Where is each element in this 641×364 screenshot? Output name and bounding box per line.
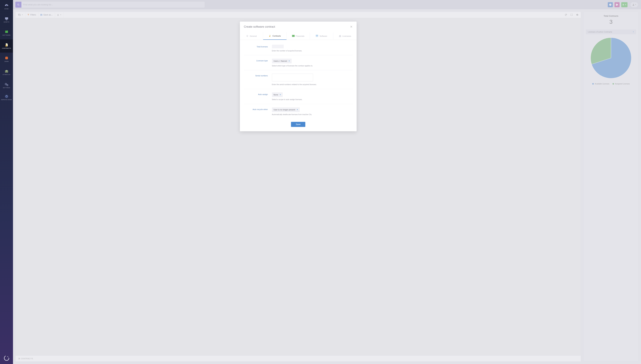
modal-tabs: General Contracts Financials Software [240, 32, 357, 40]
create-contract-modal: Create software contract ✕ General Contr… [240, 22, 357, 131]
sidebar-item-label: HOME [5, 8, 9, 10]
svg-point-17 [5, 95, 8, 98]
svg-point-22 [8, 358, 9, 358]
svg-point-20 [4, 356, 9, 360]
window-icon [5, 30, 9, 34]
sidebar-item-label: OTHER CIs [3, 74, 11, 75]
field-label-licensee-type: Licensee type [244, 59, 268, 67]
svg-point-44 [340, 35, 341, 36]
chevron-down-icon: ▼ [296, 109, 298, 110]
svg-point-21 [8, 356, 8, 357]
tab-contracts[interactable]: Contracts [263, 32, 286, 40]
serial-numbers-input[interactable] [272, 74, 313, 82]
monitor-icon [5, 17, 9, 20]
field-hint: Automatically deallocate licenses from i… [272, 114, 353, 116]
dropdown-value: User is no longer present [274, 109, 295, 111]
tab-label: Licensees [343, 35, 351, 37]
sidebar-item-home[interactable]: HOME [0, 0, 13, 13]
tab-financials[interactable]: Financials [286, 32, 310, 40]
chevron-down-icon: ▼ [279, 94, 281, 96]
document-badge-icon [5, 43, 9, 47]
svg-rect-42 [316, 35, 318, 36]
chevron-down-icon: ▼ [288, 60, 290, 62]
gears-icon [5, 82, 9, 86]
tab-label: General [250, 35, 257, 37]
gauge-icon [5, 4, 9, 8]
field-label-auto-recycle: Auto recycle when [244, 107, 268, 116]
svg-point-16 [7, 85, 8, 85]
field-hint: Select a scope to auto assign licenses. [272, 98, 353, 100]
users-icon [339, 35, 341, 37]
brand-logo-icon [4, 355, 10, 361]
dropdown-value: None [274, 94, 278, 96]
field-hint: Select which type of licensee the contra… [272, 65, 353, 67]
svg-point-19 [6, 96, 7, 96]
sidebar-item-label: SERVICE DESK [1, 99, 12, 100]
sidebar-item-software[interactable]: SOFTWARE [0, 26, 13, 40]
svg-point-7 [7, 31, 8, 31]
gear-icon [246, 35, 248, 37]
svg-point-43 [339, 35, 340, 36]
sidebar-item-service-desk[interactable]: SERVICE DESK › [0, 92, 13, 105]
field-label-auto-assign: Auto assign [244, 92, 268, 100]
tab-label: Financials [296, 35, 304, 37]
svg-point-40 [293, 36, 294, 36]
total-licenses-input[interactable] [272, 45, 284, 48]
sidebar-item-label: SOFTWARE [2, 34, 11, 36]
modal-close-button[interactable]: ✕ [350, 25, 353, 29]
auto-recycle-dropdown[interactable]: User is no longer present ▼ [272, 107, 300, 112]
window-icon [316, 35, 318, 37]
svg-rect-2 [5, 17, 8, 20]
document-badge-icon [269, 35, 271, 37]
close-icon: ✕ [350, 25, 353, 28]
dropdown-value: Users > Named [274, 60, 287, 62]
sidebar-item-label: ASSETS [4, 21, 10, 23]
sidebar-item-other-cis[interactable]: OTHER CIs [0, 66, 13, 79]
svg-point-37 [247, 36, 248, 36]
chevron-right-icon: › [10, 96, 11, 97]
box-icon [5, 70, 9, 73]
sidebar-item-assets[interactable]: ASSETS [0, 13, 13, 26]
sidebar-item-cmdb[interactable]: CMDB [0, 52, 13, 66]
field-hint: Enter the number of acquired licenses. [272, 50, 353, 52]
field-label-total-licenses: Total licenses [244, 45, 268, 52]
svg-point-23 [9, 358, 9, 359]
licensee-type-dropdown[interactable]: Users > Named ▼ [272, 59, 292, 63]
sidebar-item-label: CONTRACTS [2, 48, 11, 49]
svg-rect-12 [6, 71, 7, 71]
save-button[interactable]: Save [291, 122, 305, 127]
field-hint: Enter the serial numbers related to the … [272, 84, 353, 86]
service-desk-icon [5, 94, 9, 98]
svg-rect-4 [6, 20, 8, 20]
svg-point-8 [7, 31, 7, 31]
database-icon [5, 56, 9, 60]
sidebar-item-label: SETTINGS [3, 87, 10, 88]
sidebar-item-settings[interactable]: SETTINGS [0, 79, 13, 92]
money-icon [292, 35, 294, 37]
svg-point-14 [6, 84, 6, 84]
tab-label: Software [319, 35, 327, 37]
sidebar: HOME ASSETS SOFTWARE CONTRACTS CMDB [0, 0, 13, 364]
svg-point-38 [269, 36, 270, 37]
modal-title: Create software contract [244, 25, 275, 28]
auto-assign-dropdown[interactable]: None ▼ [272, 92, 283, 97]
tab-software[interactable]: Software [310, 32, 333, 40]
tab-label: Contracts [272, 35, 281, 37]
sidebar-item-label: CMDB [5, 61, 9, 62]
tab-general[interactable]: General [240, 32, 263, 40]
sidebar-item-contracts[interactable]: CONTRACTS [0, 40, 13, 52]
svg-rect-3 [6, 20, 7, 20]
field-label-serial-numbers: Serial numbers [244, 74, 268, 86]
tab-licensees[interactable]: Licensees [333, 32, 357, 40]
